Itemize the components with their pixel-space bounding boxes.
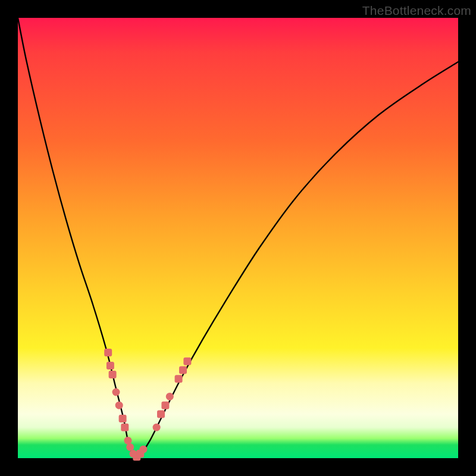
curve-svg [18, 18, 458, 458]
plot-area [18, 18, 458, 458]
marker [109, 371, 117, 378]
marker [183, 358, 191, 365]
marker [112, 389, 120, 396]
marker [121, 424, 129, 431]
marker [126, 443, 134, 451]
bottleneck-curve [18, 18, 458, 458]
marker [161, 402, 169, 409]
marker [124, 437, 132, 444]
marker [139, 446, 147, 453]
marker [115, 402, 123, 409]
marker [104, 349, 112, 356]
marker [157, 411, 165, 418]
marker [119, 415, 127, 422]
marker [179, 367, 187, 374]
marker [166, 393, 174, 400]
marker [175, 375, 183, 383]
watermark-text: TheBottleneck.com [362, 4, 471, 18]
chart-frame: TheBottleneck.com [0, 0, 476, 476]
marker [153, 424, 161, 431]
marker [107, 362, 114, 369]
